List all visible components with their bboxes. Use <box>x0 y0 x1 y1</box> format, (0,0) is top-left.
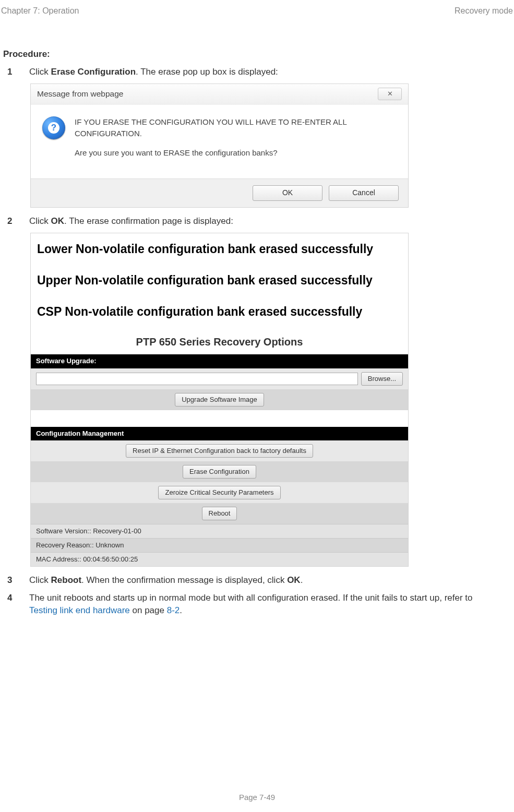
step-1: 1 Click Erase Configuration. The erase p… <box>7 66 498 78</box>
page-label: Page <box>239 793 259 802</box>
recovery-reason-label: Recovery Reason:: <box>36 541 95 549</box>
testing-link-end-hardware-link[interactable]: Testing link end hardware <box>29 605 130 615</box>
software-version-label: Software Version:: <box>36 527 93 535</box>
browse-button[interactable]: Browse... <box>361 372 403 386</box>
erase-configuration-button[interactable]: Erase Configuration <box>183 465 256 479</box>
header-chapter: Chapter 7: Operation <box>1 5 79 17</box>
question-icon: ? <box>42 116 65 139</box>
reboot-ref: Reboot <box>51 575 82 585</box>
erase-upper-msg: Upper Non-volatile configuration bank er… <box>31 272 408 289</box>
configuration-management-header: Configuration Management <box>31 427 408 440</box>
ok-ref: OK <box>51 216 65 226</box>
step-2: 2 Click OK. The erase confirmation page … <box>7 215 498 228</box>
dialog-warning-text: IF YOU ERASE THE CONFIGURATION YOU WILL … <box>75 116 397 140</box>
erase-popup-figure: Message from webpage ✕ ? IF YOU ERASE TH… <box>30 83 409 208</box>
header-section: Recovery mode <box>455 5 513 17</box>
step-text: . <box>301 575 303 585</box>
page-ref-link[interactable]: 8-2 <box>167 605 180 615</box>
recovery-reason-value: Unknown <box>95 541 124 549</box>
step-number: 2 <box>7 215 14 228</box>
page-number: 7-49 <box>259 793 275 802</box>
step-text: Click <box>29 67 51 77</box>
erase-configuration-ref: Erase Configuration <box>51 67 136 77</box>
step-text: . When the confirmation message is displ… <box>81 575 287 585</box>
reset-ip-button[interactable]: Reset IP & Ethernet Configuration back t… <box>126 444 313 458</box>
upgrade-software-button[interactable]: Upgrade Software Image <box>175 393 264 407</box>
mac-address-label: MAC Address:: <box>36 555 83 563</box>
erase-csp-msg: CSP Non-volatile configuration bank eras… <box>31 303 408 320</box>
step-text: The unit reboots and starts up in normal… <box>29 593 473 603</box>
software-file-input[interactable] <box>36 373 358 385</box>
software-version-value: Recovery-01-00 <box>93 527 141 535</box>
erase-confirmation-figure: Lower Non-volatile configuration bank er… <box>30 233 409 567</box>
erase-lower-msg: Lower Non-volatile configuration bank er… <box>31 241 408 257</box>
step-text: on page <box>130 605 167 615</box>
step-4: 4 The unit reboots and starts up in norm… <box>7 592 498 617</box>
cancel-button[interactable]: Cancel <box>329 185 399 201</box>
step-text: Click <box>29 575 51 585</box>
step-text: . <box>180 605 182 615</box>
ok-ref-2: OK <box>287 575 301 585</box>
close-icon[interactable]: ✕ <box>378 88 402 100</box>
step-number: 4 <box>7 592 14 604</box>
mac-address-value: 00:04:56:50:00:25 <box>83 555 138 563</box>
software-upgrade-header: Software Upgrade: <box>31 354 408 368</box>
step-3: 3 Click Reboot. When the confirmation me… <box>7 574 498 587</box>
step-text: Click <box>29 216 51 226</box>
recovery-options-title: PTP 650 Series Recovery Options <box>31 335 408 349</box>
reboot-button[interactable]: Reboot <box>202 507 237 520</box>
step-text: . The erase confirmation page is display… <box>64 216 233 226</box>
dialog-title: Message from webpage <box>37 88 123 100</box>
dialog-confirm-text: Are you sure you want to ERASE the confi… <box>75 147 397 159</box>
step-number: 3 <box>7 574 14 587</box>
step-text: . The erase pop up box is displayed: <box>136 67 278 77</box>
zeroize-button[interactable]: Zeroize Critical Security Parameters <box>158 486 280 499</box>
ok-button[interactable]: OK <box>253 185 322 201</box>
step-number: 1 <box>7 66 14 78</box>
procedure-heading: Procedure: <box>3 48 498 61</box>
